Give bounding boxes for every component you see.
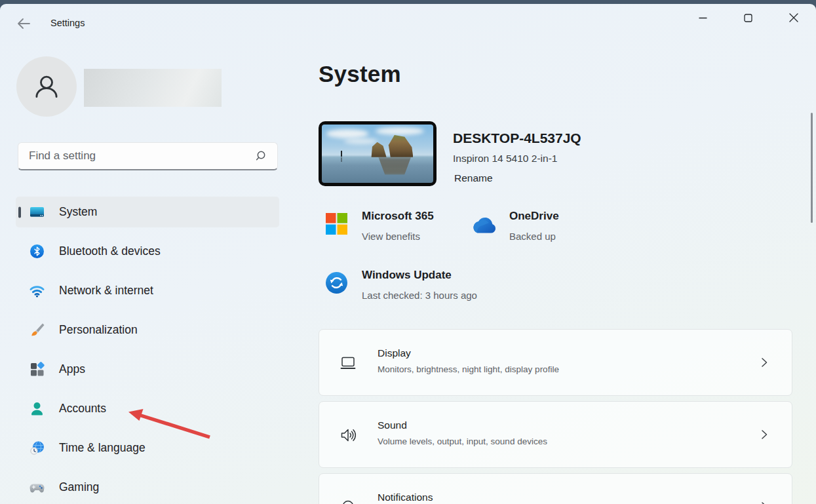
brush-icon — [29, 322, 45, 338]
sidebar-item-accounts[interactable]: Accounts — [16, 393, 279, 424]
minimize-icon — [699, 14, 707, 22]
sidebar-item-label: Gaming — [59, 480, 99, 494]
onedrive-title[interactable]: OneDrive — [509, 210, 559, 223]
card-notifications[interactable]: Notifications — [319, 473, 792, 504]
card-subtitle: Monitors, brightness, night light, displ… — [378, 364, 559, 374]
card-title: Display — [378, 347, 411, 359]
windows-update-subtitle[interactable]: Last checked: 3 hours ago — [362, 290, 477, 301]
chevron-right-icon — [759, 501, 769, 504]
wallpaper-rock-small — [370, 142, 387, 157]
close-icon — [789, 13, 798, 22]
sidebar-item-label: Bluetooth & devices — [59, 244, 161, 258]
sidebar-item-label: Network & internet — [59, 284, 153, 298]
chevron-right-icon — [759, 357, 769, 368]
device-model: Inspiron 14 5410 2-in-1 — [453, 153, 557, 165]
person-icon — [30, 69, 63, 104]
search-box[interactable] — [18, 142, 278, 170]
card-display[interactable]: Display Monitors, brightness, night ligh… — [319, 329, 792, 396]
wallpaper-person — [341, 151, 342, 157]
windows-update-icon[interactable] — [326, 272, 347, 294]
sidebar-item-label: Apps — [59, 362, 85, 376]
sidebar-item-label: Personalization — [59, 323, 138, 337]
page-title: System — [319, 61, 401, 87]
microsoft-365-icon[interactable] — [326, 213, 347, 235]
avatar[interactable] — [16, 56, 77, 117]
card-title: Notifications — [378, 492, 433, 503]
sidebar-item-personalization[interactable]: Personalization — [16, 315, 279, 345]
sidebar-item-label: Accounts — [59, 402, 106, 416]
sidebar-item-system[interactable]: System — [16, 197, 279, 227]
card-subtitle: Volume levels, output, input, sound devi… — [378, 436, 547, 446]
sound-icon — [339, 426, 357, 444]
display-icon — [339, 354, 357, 372]
settings-card-list: Display Monitors, brightness, night ligh… — [319, 329, 792, 504]
sidebar-item-label: System — [59, 205, 97, 219]
sidebar-item-network-internet[interactable]: Network & internet — [16, 275, 279, 306]
rename-link[interactable]: Rename — [454, 172, 493, 184]
onedrive-subtitle[interactable]: Backed up — [509, 231, 556, 242]
search-icon — [254, 149, 268, 163]
sidebar-item-time-language[interactable]: Time & language — [16, 433, 279, 463]
minimize-button[interactable] — [680, 4, 726, 31]
back-arrow-icon — [14, 14, 33, 33]
gamepad-icon — [29, 479, 45, 495]
maximize-button[interactable] — [726, 4, 771, 31]
sidebar-item-apps[interactable]: Apps — [16, 354, 279, 385]
accounts-person-icon — [29, 400, 45, 417]
time-language-icon — [29, 440, 45, 456]
scrollbar-thumb[interactable] — [811, 113, 813, 223]
sidebar-item-gaming[interactable]: Gaming — [16, 472, 279, 503]
search-input[interactable] — [29, 149, 254, 163]
system-icon — [29, 204, 45, 220]
card-title: Sound — [378, 419, 407, 431]
notifications-bell-icon — [339, 498, 357, 504]
apps-grid-icon — [29, 361, 45, 378]
card-sound[interactable]: Sound Volume levels, output, input, soun… — [319, 401, 792, 468]
close-button[interactable] — [771, 4, 816, 31]
windows-update-title[interactable]: Windows Update — [362, 269, 452, 282]
onedrive-icon[interactable] — [469, 216, 497, 235]
device-name: DESKTOP-4L537JQ — [453, 130, 581, 146]
app-title: Settings — [50, 18, 85, 28]
back-button[interactable] — [14, 14, 33, 33]
sidebar-item-label: Time & language — [59, 441, 146, 455]
microsoft-365-title[interactable]: Microsoft 365 — [362, 210, 434, 223]
window-controls — [680, 4, 816, 31]
device-thumbnail — [319, 121, 437, 186]
wallpaper-rock-large — [387, 135, 414, 157]
bluetooth-icon — [29, 243, 45, 260]
wifi-icon — [29, 282, 45, 299]
device-wallpaper — [322, 125, 433, 183]
settings-window: Settings — [0, 4, 816, 504]
titlebar: Settings — [0, 4, 816, 33]
chevron-right-icon — [759, 429, 769, 440]
sidebar-nav: System Bluetooth & devices Network & int… — [16, 197, 279, 504]
sidebar-item-bluetooth-devices[interactable]: Bluetooth & devices — [16, 236, 279, 267]
microsoft-365-subtitle[interactable]: View benefits — [362, 231, 420, 242]
selection-indicator — [18, 206, 21, 218]
user-name-redacted — [84, 69, 222, 107]
maximize-icon — [744, 14, 752, 22]
